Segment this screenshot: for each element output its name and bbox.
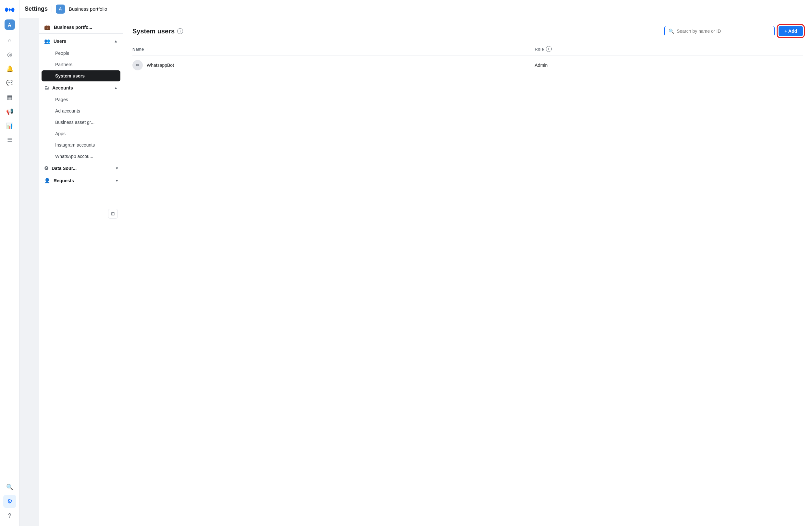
data-sources-chevron-icon: ▾ xyxy=(116,166,118,170)
search-icon-rail[interactable]: 🔍 xyxy=(3,481,16,494)
help-icon[interactable]: ? xyxy=(3,509,16,522)
user-role-cell: Admin xyxy=(535,56,803,75)
meta-logo xyxy=(4,4,16,16)
users-section-icon: 👥 xyxy=(44,38,50,44)
name-header-label: Name xyxy=(132,47,144,51)
add-button[interactable]: + Add xyxy=(779,26,803,36)
breadcrumb-text: Business portfolio xyxy=(69,6,107,12)
user-name-cell: ✏ WhatsappBot xyxy=(132,56,535,75)
portfolio-label: Business portfo... xyxy=(54,25,92,30)
sidebar-section-data-sources[interactable]: ⚙ Data Sour... ▾ xyxy=(39,162,123,175)
sidebar-bottom: ⊞ xyxy=(39,206,123,221)
chart-icon[interactable]: 📊 xyxy=(3,119,16,132)
breadcrumb-icon: A xyxy=(56,4,65,14)
sidebar-item-ad-accounts[interactable]: Ad accounts xyxy=(42,105,120,117)
user-name-row: ✏ WhatsappBot xyxy=(132,60,535,70)
data-sources-icon: ⚙ xyxy=(44,165,48,171)
table-row: ✏ WhatsappBot Admin xyxy=(132,56,803,75)
top-header: Settings A Business portfolio xyxy=(19,0,812,18)
accounts-chevron-icon: ▲ xyxy=(114,86,118,90)
sidebar-section-requests[interactable]: 👤 Requests ▾ xyxy=(39,175,123,187)
location-icon[interactable]: ◎ xyxy=(3,48,16,61)
sidebar-item-apps[interactable]: Apps xyxy=(42,128,120,139)
system-users-table: Name ↑ Role i ✏ W xyxy=(132,43,803,75)
content-title: System users xyxy=(132,28,175,35)
data-sources-label: Data Sour... xyxy=(52,166,76,171)
content-header: System users i 🔍 + Add xyxy=(132,26,803,36)
sidebar-footer: ⊞ xyxy=(39,206,123,221)
accounts-section-label: Accounts xyxy=(52,85,73,90)
sidebar-section-users[interactable]: 👥 Users ▲ xyxy=(39,35,123,47)
users-chevron-icon: ▲ xyxy=(114,39,118,43)
briefcase-icon: 💼 xyxy=(44,24,50,30)
sidebar-item-partners[interactable]: Partners xyxy=(42,59,120,70)
name-column-header[interactable]: Name ↑ xyxy=(132,43,535,56)
user-role-label: Admin xyxy=(535,63,548,68)
settings-icon[interactable]: ⚙ xyxy=(3,495,16,508)
header-actions: 🔍 + Add xyxy=(664,26,803,36)
sidebar-item-people[interactable]: People xyxy=(42,48,120,59)
users-section-label: Users xyxy=(54,39,66,44)
sidebar-item-business-asset[interactable]: Business asset gr... xyxy=(42,117,120,128)
bell-icon[interactable]: 🔔 xyxy=(3,62,16,75)
grid-icon[interactable]: ▦ xyxy=(3,91,16,104)
home-icon[interactable]: ⌂ xyxy=(3,34,16,47)
search-input[interactable] xyxy=(677,29,770,34)
page-title: Settings xyxy=(25,5,48,12)
sidebar-item-whatsapp[interactable]: WhatsApp accou... xyxy=(42,151,120,162)
sidebar-section-accounts[interactable]: 🗂 Accounts ▲ xyxy=(39,82,123,94)
sidebar-item-instagram[interactable]: Instagram accounts xyxy=(42,139,120,150)
sidebar: 💼 Business portfo... 👥 Users ▲ People Pa… xyxy=(39,18,123,526)
collapse-sidebar-button[interactable]: ⊞ xyxy=(108,209,118,219)
requests-icon: 👤 xyxy=(44,178,50,183)
title-area: System users i xyxy=(132,28,183,35)
sidebar-item-pages[interactable]: Pages xyxy=(42,94,120,105)
requests-label: Requests xyxy=(54,178,74,183)
role-column-header[interactable]: Role i xyxy=(535,43,803,56)
role-header-label: Role xyxy=(535,47,544,51)
chat-icon[interactable]: 💬 xyxy=(3,77,16,90)
sidebar-portfolio[interactable]: 💼 Business portfo... xyxy=(39,21,123,34)
search-icon: 🔍 xyxy=(669,29,674,34)
icon-rail: A ⌂ ◎ 🔔 💬 ▦ 📢 📊 ☰ 🔍 ⚙ ? xyxy=(0,0,19,526)
main-layout: 💼 Business portfo... 👥 Users ▲ People Pa… xyxy=(39,18,812,526)
header-divider xyxy=(52,6,52,12)
main-content: System users i 🔍 + Add Name ↑ xyxy=(123,18,812,526)
role-info-icon[interactable]: i xyxy=(546,46,552,52)
title-info-icon[interactable]: i xyxy=(177,28,183,34)
requests-chevron-icon: ▾ xyxy=(116,178,118,183)
user-name-label: WhatsappBot xyxy=(147,63,174,68)
user-avatar[interactable]: A xyxy=(4,19,15,30)
sort-asc-icon: ↑ xyxy=(146,47,148,51)
sidebar-item-system-users[interactable]: System users xyxy=(42,70,120,81)
user-avatar-icon: ✏ xyxy=(132,60,143,70)
search-box: 🔍 xyxy=(664,26,775,36)
menu-icon[interactable]: ☰ xyxy=(3,134,16,147)
accounts-section-icon: 🗂 xyxy=(44,85,49,90)
megaphone-icon[interactable]: 📢 xyxy=(3,105,16,118)
